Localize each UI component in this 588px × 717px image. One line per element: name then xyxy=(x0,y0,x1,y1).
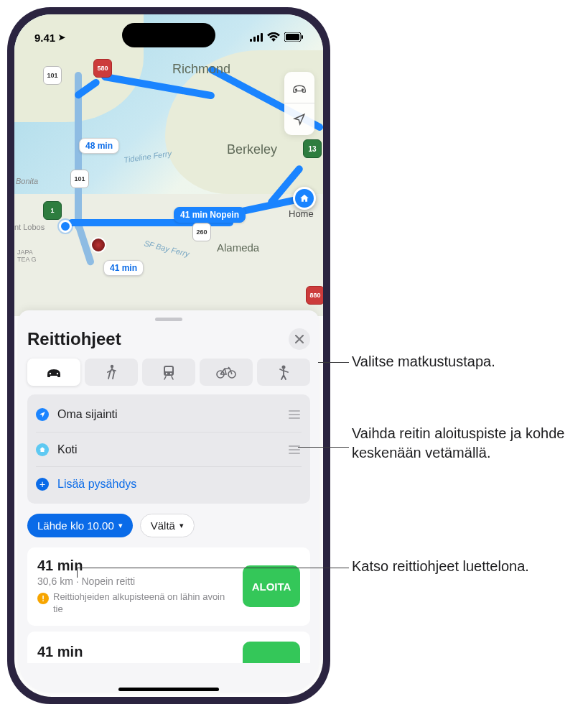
svg-point-7 xyxy=(296,88,297,90)
cellular-icon xyxy=(250,32,263,44)
sheet-title: Reittiohjeet xyxy=(27,329,121,349)
callout-route-list: Katso reittiohjeet luettelona. xyxy=(352,557,529,576)
directions-sheet[interactable]: Reittiohjeet xyxy=(19,310,319,693)
route-shield-101: 101 xyxy=(43,66,62,85)
phone-frame: 9.41 ➤ xyxy=(7,7,330,704)
mode-transit-button[interactable] xyxy=(142,358,195,386)
svg-point-14 xyxy=(166,373,167,374)
poi-marker[interactable] xyxy=(90,237,106,253)
map-label-tea-garden: JAPA TEA G xyxy=(17,249,37,263)
map-ferry-tideline: Tideline Ferry xyxy=(123,149,172,164)
go-button-2[interactable] xyxy=(243,642,300,663)
route-card-2[interactable]: 41 min xyxy=(27,632,310,663)
stops-list: Oma sijainti Koti + Lisää pysähdys xyxy=(27,394,310,504)
map-label-alameda: Alameda xyxy=(217,241,259,254)
home-indicator[interactable] xyxy=(118,688,219,691)
destination-label: Koti xyxy=(57,443,279,456)
svg-point-15 xyxy=(170,373,172,374)
origin-row[interactable]: Oma sijainti xyxy=(36,397,302,432)
map-label-bonita: Bonita xyxy=(16,177,38,185)
go-button[interactable]: ALOITA xyxy=(243,565,300,607)
map-controls xyxy=(284,72,314,135)
mode-bike-button[interactable] xyxy=(200,358,253,386)
callout-line xyxy=(77,568,78,578)
route-time: 41 min xyxy=(37,558,234,574)
map-label-lobos: nt Lobos xyxy=(14,223,45,231)
svg-rect-2 xyxy=(257,35,259,42)
mode-rideshare-button[interactable] xyxy=(257,358,310,386)
route-time-2: 41 min xyxy=(37,644,234,660)
transport-mode-selector xyxy=(27,358,310,386)
svg-point-10 xyxy=(57,373,58,374)
status-time: 9.41 xyxy=(34,32,55,44)
route-shield-ca13: 13 xyxy=(303,139,322,158)
location-services-icon: ➤ xyxy=(58,32,65,42)
route-card-1[interactable]: 41 min 30,6 km · Nopein reitti ! Reittio… xyxy=(27,547,310,626)
route-shield-i880: 880 xyxy=(306,286,323,305)
map-label-home: Home xyxy=(289,208,314,219)
dynamic-island xyxy=(122,23,215,47)
add-stop-label: Lisää pysähdys xyxy=(57,478,302,491)
add-stop-icon: + xyxy=(36,478,49,491)
chevron-down-icon: ▾ xyxy=(179,521,184,530)
close-button[interactable] xyxy=(289,328,310,350)
svg-point-11 xyxy=(111,365,113,368)
avoid-label: Vältä xyxy=(151,519,175,532)
callout-reorder-stops: Vaihda reitin aloituspiste ja kohde kesk… xyxy=(352,424,567,463)
origin-icon xyxy=(36,408,49,421)
map-label-berkeley: Berkeley xyxy=(227,142,277,157)
sheet-grabber[interactable] xyxy=(155,318,182,321)
add-stop-row[interactable]: + Lisää pysähdys xyxy=(36,466,302,501)
avoid-button[interactable]: Vältä ▾ xyxy=(140,514,195,537)
chevron-down-icon: ▾ xyxy=(118,521,123,530)
destination-pin-home[interactable] xyxy=(293,187,316,210)
route-badge-alt-41[interactable]: 41 min xyxy=(103,260,144,276)
depart-time-button[interactable]: Lähde klo 10.00 ▾ xyxy=(27,514,133,537)
route-badge-time: 41 min xyxy=(180,210,207,220)
origin-drag-handle[interactable] xyxy=(287,410,302,419)
map-tracking-button[interactable] xyxy=(284,103,314,135)
route-shield-101b: 101 xyxy=(70,170,89,188)
route-badge-alt-48[interactable]: 48 min xyxy=(79,138,119,154)
svg-rect-3 xyxy=(261,33,263,42)
battery-icon xyxy=(284,32,303,44)
svg-point-8 xyxy=(302,88,304,90)
destination-row[interactable]: Koti xyxy=(36,432,302,466)
route-shield-260: 260 xyxy=(192,223,211,241)
callout-transport-mode: Valitse matkustustapa. xyxy=(352,352,495,371)
map-mode-button[interactable] xyxy=(284,72,314,103)
screen: 9.41 ➤ xyxy=(14,14,323,697)
destination-icon xyxy=(36,443,49,456)
svg-rect-1 xyxy=(253,37,256,42)
origin-label: Oma sijainti xyxy=(57,408,279,421)
mode-car-button[interactable] xyxy=(27,358,80,386)
wifi-icon xyxy=(267,32,280,44)
callout-line xyxy=(77,568,349,568)
route-shield-i580: 580 xyxy=(93,59,112,78)
mode-walk-button[interactable] xyxy=(85,358,138,386)
svg-rect-5 xyxy=(286,34,299,40)
route-warning-text: Reittiohjeiden alkupisteenä on lähin avo… xyxy=(53,591,234,616)
callout-line xyxy=(298,447,349,448)
depart-time-label: Lähde klo 10.00 xyxy=(37,519,114,532)
route-shield-ca1: 1 xyxy=(43,201,62,220)
svg-rect-6 xyxy=(302,35,303,39)
svg-rect-13 xyxy=(165,367,172,371)
svg-rect-0 xyxy=(250,39,252,42)
warning-icon: ! xyxy=(37,593,49,604)
current-location-dot xyxy=(59,220,72,233)
route-badge-fastest[interactable]: 41 min Nopein xyxy=(174,207,246,223)
route-subtitle: 30,6 km · Nopein reitti xyxy=(37,575,234,587)
callout-line xyxy=(318,362,349,363)
svg-point-18 xyxy=(282,366,286,369)
map-label-richmond: Richmond xyxy=(172,62,230,77)
svg-point-9 xyxy=(50,373,51,374)
phone-screen-bezel: 9.41 ➤ xyxy=(14,14,323,697)
map-view[interactable]: 101 580 101 1 260 13 880 Richmond Berkel… xyxy=(14,14,323,316)
route-options-row: Lähde klo 10.00 ▾ Vältä ▾ xyxy=(27,514,310,537)
route-badge-tag: Nopein xyxy=(210,210,239,220)
